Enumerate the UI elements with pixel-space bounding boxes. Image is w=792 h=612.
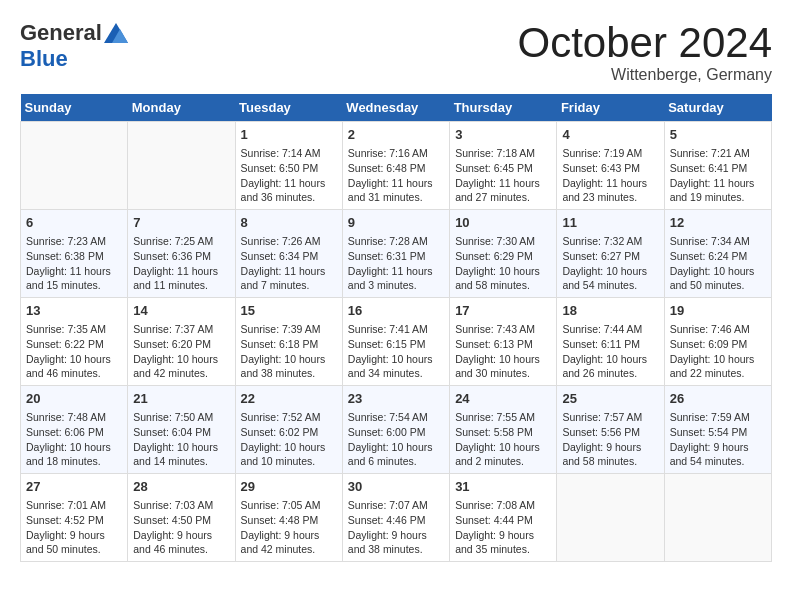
day-info: Sunset: 6:36 PM bbox=[133, 249, 229, 264]
day-info: Sunrise: 7:16 AM bbox=[348, 146, 444, 161]
day-info: Sunrise: 7:41 AM bbox=[348, 322, 444, 337]
day-number: 16 bbox=[348, 302, 444, 320]
day-info: Daylight: 10 hours and 50 minutes. bbox=[670, 264, 766, 293]
calendar-cell bbox=[128, 122, 235, 210]
day-info: Sunrise: 7:23 AM bbox=[26, 234, 122, 249]
calendar-cell: 14Sunrise: 7:37 AMSunset: 6:20 PMDayligh… bbox=[128, 298, 235, 386]
day-info: Daylight: 10 hours and 2 minutes. bbox=[455, 440, 551, 469]
day-info: Daylight: 11 hours and 27 minutes. bbox=[455, 176, 551, 205]
calendar-cell: 18Sunrise: 7:44 AMSunset: 6:11 PMDayligh… bbox=[557, 298, 664, 386]
day-header-thursday: Thursday bbox=[450, 94, 557, 122]
day-info: Sunrise: 7:39 AM bbox=[241, 322, 337, 337]
day-number: 21 bbox=[133, 390, 229, 408]
day-info: Sunset: 6:27 PM bbox=[562, 249, 658, 264]
day-info: Daylight: 10 hours and 18 minutes. bbox=[26, 440, 122, 469]
calendar-cell: 4Sunrise: 7:19 AMSunset: 6:43 PMDaylight… bbox=[557, 122, 664, 210]
day-info: Sunrise: 7:52 AM bbox=[241, 410, 337, 425]
day-info: Sunrise: 7:21 AM bbox=[670, 146, 766, 161]
day-info: Sunset: 6:34 PM bbox=[241, 249, 337, 264]
calendar-week-row: 27Sunrise: 7:01 AMSunset: 4:52 PMDayligh… bbox=[21, 473, 772, 561]
logo-blue-text: Blue bbox=[20, 46, 68, 72]
day-info: Daylight: 11 hours and 23 minutes. bbox=[562, 176, 658, 205]
day-number: 19 bbox=[670, 302, 766, 320]
day-info: Sunset: 6:11 PM bbox=[562, 337, 658, 352]
day-info: Sunset: 4:52 PM bbox=[26, 513, 122, 528]
day-info: Daylight: 9 hours and 54 minutes. bbox=[670, 440, 766, 469]
day-info: Sunrise: 7:54 AM bbox=[348, 410, 444, 425]
day-info: Sunset: 6:24 PM bbox=[670, 249, 766, 264]
day-info: Daylight: 11 hours and 36 minutes. bbox=[241, 176, 337, 205]
calendar-cell: 10Sunrise: 7:30 AMSunset: 6:29 PMDayligh… bbox=[450, 210, 557, 298]
day-info: Sunrise: 7:32 AM bbox=[562, 234, 658, 249]
calendar-cell bbox=[21, 122, 128, 210]
page-header: General Blue October 2024 Wittenberge, G… bbox=[20, 20, 772, 84]
day-number: 3 bbox=[455, 126, 551, 144]
day-info: Sunset: 5:56 PM bbox=[562, 425, 658, 440]
day-info: Sunset: 6:22 PM bbox=[26, 337, 122, 352]
day-info: Sunrise: 7:50 AM bbox=[133, 410, 229, 425]
day-header-friday: Friday bbox=[557, 94, 664, 122]
day-number: 18 bbox=[562, 302, 658, 320]
day-number: 15 bbox=[241, 302, 337, 320]
calendar-cell: 1Sunrise: 7:14 AMSunset: 6:50 PMDaylight… bbox=[235, 122, 342, 210]
day-info: Daylight: 11 hours and 7 minutes. bbox=[241, 264, 337, 293]
calendar-week-row: 6Sunrise: 7:23 AMSunset: 6:38 PMDaylight… bbox=[21, 210, 772, 298]
day-number: 13 bbox=[26, 302, 122, 320]
day-number: 28 bbox=[133, 478, 229, 496]
day-info: Sunset: 6:38 PM bbox=[26, 249, 122, 264]
day-info: Daylight: 9 hours and 42 minutes. bbox=[241, 528, 337, 557]
calendar-cell: 19Sunrise: 7:46 AMSunset: 6:09 PMDayligh… bbox=[664, 298, 771, 386]
day-info: Sunrise: 7:46 AM bbox=[670, 322, 766, 337]
day-number: 2 bbox=[348, 126, 444, 144]
day-info: Daylight: 10 hours and 54 minutes. bbox=[562, 264, 658, 293]
day-number: 26 bbox=[670, 390, 766, 408]
day-info: Daylight: 10 hours and 46 minutes. bbox=[26, 352, 122, 381]
calendar-cell: 5Sunrise: 7:21 AMSunset: 6:41 PMDaylight… bbox=[664, 122, 771, 210]
day-info: Daylight: 11 hours and 15 minutes. bbox=[26, 264, 122, 293]
day-number: 6 bbox=[26, 214, 122, 232]
day-info: Sunset: 6:06 PM bbox=[26, 425, 122, 440]
day-info: Daylight: 10 hours and 58 minutes. bbox=[455, 264, 551, 293]
day-info: Daylight: 9 hours and 35 minutes. bbox=[455, 528, 551, 557]
day-info: Sunrise: 7:28 AM bbox=[348, 234, 444, 249]
day-number: 8 bbox=[241, 214, 337, 232]
day-info: Sunrise: 7:48 AM bbox=[26, 410, 122, 425]
title-section: October 2024 Wittenberge, Germany bbox=[517, 20, 772, 84]
day-info: Sunset: 6:41 PM bbox=[670, 161, 766, 176]
calendar-cell: 3Sunrise: 7:18 AMSunset: 6:45 PMDaylight… bbox=[450, 122, 557, 210]
calendar-cell: 24Sunrise: 7:55 AMSunset: 5:58 PMDayligh… bbox=[450, 386, 557, 474]
calendar-table: SundayMondayTuesdayWednesdayThursdayFrid… bbox=[20, 94, 772, 562]
day-header-tuesday: Tuesday bbox=[235, 94, 342, 122]
day-number: 25 bbox=[562, 390, 658, 408]
day-info: Sunset: 6:31 PM bbox=[348, 249, 444, 264]
day-info: Daylight: 9 hours and 50 minutes. bbox=[26, 528, 122, 557]
day-info: Daylight: 10 hours and 26 minutes. bbox=[562, 352, 658, 381]
calendar-cell: 12Sunrise: 7:34 AMSunset: 6:24 PMDayligh… bbox=[664, 210, 771, 298]
day-info: Sunset: 6:48 PM bbox=[348, 161, 444, 176]
day-number: 22 bbox=[241, 390, 337, 408]
day-number: 29 bbox=[241, 478, 337, 496]
calendar-cell: 28Sunrise: 7:03 AMSunset: 4:50 PMDayligh… bbox=[128, 473, 235, 561]
calendar-cell bbox=[557, 473, 664, 561]
day-info: Daylight: 9 hours and 38 minutes. bbox=[348, 528, 444, 557]
calendar-cell: 6Sunrise: 7:23 AMSunset: 6:38 PMDaylight… bbox=[21, 210, 128, 298]
calendar-cell: 17Sunrise: 7:43 AMSunset: 6:13 PMDayligh… bbox=[450, 298, 557, 386]
day-info: Sunset: 6:43 PM bbox=[562, 161, 658, 176]
day-info: Sunrise: 7:14 AM bbox=[241, 146, 337, 161]
day-info: Sunset: 6:13 PM bbox=[455, 337, 551, 352]
month-title: October 2024 bbox=[517, 20, 772, 66]
day-info: Sunset: 6:02 PM bbox=[241, 425, 337, 440]
day-number: 12 bbox=[670, 214, 766, 232]
day-header-wednesday: Wednesday bbox=[342, 94, 449, 122]
day-info: Sunrise: 7:59 AM bbox=[670, 410, 766, 425]
calendar-week-row: 1Sunrise: 7:14 AMSunset: 6:50 PMDaylight… bbox=[21, 122, 772, 210]
calendar-cell: 30Sunrise: 7:07 AMSunset: 4:46 PMDayligh… bbox=[342, 473, 449, 561]
day-number: 7 bbox=[133, 214, 229, 232]
calendar-cell: 27Sunrise: 7:01 AMSunset: 4:52 PMDayligh… bbox=[21, 473, 128, 561]
day-info: Sunrise: 7:25 AM bbox=[133, 234, 229, 249]
calendar-cell: 9Sunrise: 7:28 AMSunset: 6:31 PMDaylight… bbox=[342, 210, 449, 298]
calendar-cell: 22Sunrise: 7:52 AMSunset: 6:02 PMDayligh… bbox=[235, 386, 342, 474]
day-info: Sunrise: 7:19 AM bbox=[562, 146, 658, 161]
day-info: Daylight: 10 hours and 30 minutes. bbox=[455, 352, 551, 381]
day-info: Daylight: 10 hours and 10 minutes. bbox=[241, 440, 337, 469]
